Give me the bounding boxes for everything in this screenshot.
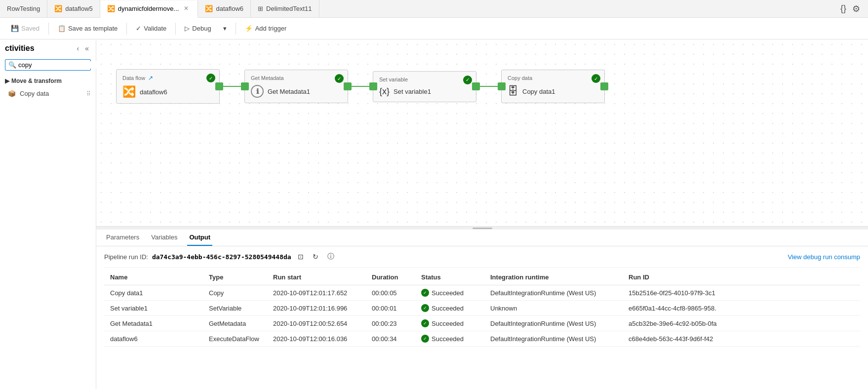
- cell-ir-0: DefaultIntegrationRuntime (West US): [484, 285, 623, 301]
- copy-data-icon: 📦: [8, 90, 16, 97]
- sidebar-title: ctivities: [5, 44, 35, 53]
- copy-data1-status: ✓: [592, 74, 600, 83]
- dataflow6-node[interactable]: Data flow ↗ 🔀 dataflow6 ✓: [116, 69, 220, 104]
- search-icon: 🔍: [8, 61, 16, 69]
- cell-type-3: ExecuteDataFlow: [203, 331, 267, 347]
- table-row: dataflow6 ExecuteDataFlow 2020-10-09T12:…: [104, 331, 860, 347]
- section-label: Move & transform: [11, 78, 62, 84]
- pipeline-run-id-value: da74c3a9-4ebb-456c-8297-5280549448da: [152, 253, 291, 261]
- copy-data-type-label: Copy data: [508, 75, 532, 81]
- set-variable1-label: Set variable1: [394, 88, 431, 95]
- cell-status-3: ✓ Succeeded: [415, 331, 484, 347]
- output-table: Name Type Run start Duration Status Inte…: [104, 270, 860, 347]
- status-text-0: Succeeded: [432, 289, 464, 297]
- dataflow6-node-body: 🔀 dataflow6: [122, 85, 213, 98]
- tab-dynamicfoldermove[interactable]: 🔀 dynamicfoldermove... ✕: [100, 0, 198, 18]
- debug-button[interactable]: ▷ Debug: [180, 23, 216, 34]
- section-chevron-icon: ▶: [5, 78, 9, 84]
- settings-icon[interactable]: ⚙: [852, 3, 860, 14]
- col-header-runid: Run ID: [623, 270, 860, 285]
- tab-bar: RowTesting 🔀 dataflow5 🔀 dynamicfoldermo…: [0, 0, 868, 18]
- status-icon-1: ✓: [421, 304, 429, 312]
- copy-data1-body: 🗄 Copy data1: [508, 85, 598, 98]
- debug-dropdown-button[interactable]: ▾: [218, 23, 232, 34]
- copy-data-label: Copy data: [20, 90, 49, 97]
- add-trigger-button[interactable]: ⚡ Add trigger: [240, 23, 292, 34]
- set-variable1-connector-left: [369, 82, 377, 90]
- cell-runstart-0: 2020-10-09T12:01:17.652: [267, 285, 366, 301]
- status-text-2: Succeeded: [432, 320, 464, 327]
- tab-output[interactable]: Output: [187, 230, 212, 246]
- tab-dataflow5[interactable]: 🔀 dataflow5: [47, 0, 100, 17]
- cell-status-1: ✓ Succeeded: [415, 301, 484, 316]
- col-header-runstart: Run start: [267, 270, 366, 285]
- copy-data1-node[interactable]: Copy data 🗄 Copy data1 ✓: [501, 70, 605, 103]
- bottom-content: Pipeline run ID: da74c3a9-4ebb-456c-8297…: [96, 246, 868, 389]
- copy-run-id-button[interactable]: ⊡: [295, 252, 306, 262]
- add-trigger-label: Add trigger: [255, 25, 287, 32]
- section-move-transform[interactable]: ▶ Move & transform: [0, 75, 96, 87]
- tab-rowtesting[interactable]: RowTesting: [0, 0, 47, 17]
- pipeline-canvas[interactable]: Data flow ↗ 🔀 dataflow6 ✓: [96, 39, 868, 226]
- set-variable1-header: Set variable: [379, 77, 470, 82]
- table-row: Get Metadata1 GetMetadata 2020-10-09T12:…: [104, 316, 860, 331]
- set-variable1-status: ✓: [463, 76, 472, 84]
- set-variable-type-label: Set variable: [379, 77, 408, 82]
- cell-type-1: SetVariable: [203, 301, 267, 316]
- copy-data1-connector-left: [498, 82, 506, 90]
- open-icon[interactable]: ↗: [148, 75, 153, 81]
- dataflow6-tab-label: dataflow6: [216, 5, 243, 12]
- tab-parameters[interactable]: Parameters: [104, 230, 141, 246]
- debug-icon: ▷: [185, 25, 190, 32]
- dynamicfoldermove-label: dynamicfoldermove...: [118, 5, 179, 12]
- toolbar-divider-3: [175, 23, 176, 35]
- copy-data1-icon: 🗄: [508, 85, 518, 98]
- tab-dataflow6[interactable]: 🔀 dataflow6: [198, 0, 251, 17]
- dataflow6-node-label: dataflow6: [140, 88, 167, 96]
- code-icon[interactable]: {}: [840, 3, 846, 14]
- toolbar-divider-4: [236, 23, 236, 35]
- dataflow6-status: ✓: [206, 74, 215, 82]
- view-debug-link[interactable]: View debug run consump: [788, 253, 860, 261]
- validate-button[interactable]: ✓ Validate: [131, 23, 171, 34]
- get-metadata1-connector-right: [344, 82, 352, 90]
- table-row: Copy data1 Copy 2020-10-09T12:01:17.652 …: [104, 285, 860, 301]
- tab-variables[interactable]: Variables: [149, 230, 179, 246]
- table-row: Set variable1 SetVariable 2020-10-09T12:…: [104, 301, 860, 316]
- parameters-tab-label: Parameters: [106, 233, 139, 241]
- nodes-container: Data flow ↗ 🔀 dataflow6 ✓: [116, 69, 605, 104]
- saved-icon: 💾: [11, 25, 19, 32]
- save-as-template-button[interactable]: 📋 Save as template: [53, 23, 122, 34]
- cell-duration-1: 00:00:01: [366, 301, 415, 316]
- status-text-3: Succeeded: [432, 335, 464, 343]
- delimitedtext11-icon: ⊞: [258, 5, 263, 12]
- set-variable1-node[interactable]: Set variable {x} Set variable1 ✓: [373, 71, 476, 102]
- status-icon-2: ✓: [421, 319, 429, 327]
- cell-runid-2: a5cb32be-39e6-4c92-b05b-0fa: [623, 316, 860, 331]
- status-icon-3: ✓: [421, 335, 429, 343]
- get-metadata1-header: Get Metadata: [251, 75, 342, 81]
- activity-copy-data[interactable]: 📦 Copy data ⠿: [0, 87, 96, 100]
- delimitedtext11-label: DelimitedText11: [266, 5, 312, 12]
- col-header-name: Name: [104, 270, 203, 285]
- saved-label: Saved: [21, 25, 39, 32]
- sidebar-collapse-button[interactable]: ‹: [75, 43, 81, 53]
- bottom-tabs: Parameters Variables Output: [96, 230, 868, 246]
- info-button[interactable]: ⓘ: [325, 251, 337, 262]
- cell-ir-1: Unknown: [484, 301, 623, 316]
- tab-delimitedtext11[interactable]: ⊞ DelimitedText11: [251, 0, 319, 17]
- dataflow5-label: dataflow5: [65, 5, 93, 12]
- set-variable1-icon: {x}: [379, 86, 390, 97]
- set-variable1-body: {x} Set variable1: [379, 86, 470, 97]
- toolbar-divider-2: [126, 23, 127, 35]
- close-dynamicfoldermove-button[interactable]: ✕: [182, 4, 191, 13]
- search-input[interactable]: [18, 61, 101, 69]
- get-metadata1-node[interactable]: Get Metadata ℹ Get Metadata1 ✓: [244, 70, 348, 103]
- sidebar: ctivities ‹ « 🔍 ▶ Move & transform 📦 Cop…: [0, 39, 96, 389]
- refresh-button[interactable]: ↻: [310, 252, 321, 262]
- cell-type-2: GetMetadata: [203, 316, 267, 331]
- get-metadata-type-label: Get Metadata: [251, 75, 284, 81]
- cell-name-0: Copy data1: [104, 285, 203, 301]
- sidebar-minimize-button[interactable]: «: [83, 43, 91, 53]
- get-metadata1-icon: ℹ: [251, 85, 264, 98]
